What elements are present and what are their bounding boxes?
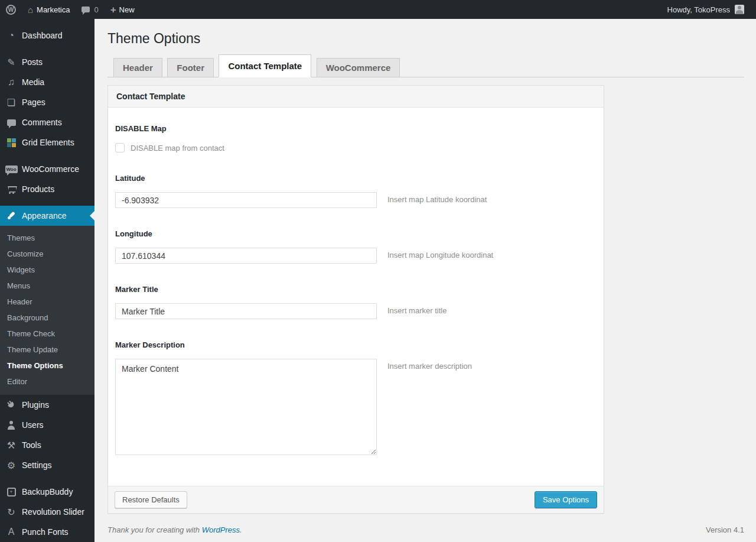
latitude-label: Latitude	[115, 174, 597, 183]
submenu-item-customize[interactable]: Customize	[0, 246, 94, 262]
sidebar-item-punch-fonts[interactable]: A Punch Fonts	[0, 522, 94, 542]
sidebar-item-label: WooCommerce	[22, 164, 79, 174]
sidebar-item-posts[interactable]: ✎ Posts	[0, 52, 94, 72]
save-options-button[interactable]: Save Options	[535, 491, 597, 508]
latitude-field: Latitude Insert map Latitude koordinat	[115, 174, 597, 208]
submenu-item-background[interactable]: Background	[0, 310, 94, 326]
punch-fonts-icon: A	[5, 526, 18, 538]
plus-icon: +	[110, 5, 116, 15]
panel-footer: Restore Defaults Save Options	[108, 486, 604, 513]
comments-bubble-icon	[5, 116, 18, 128]
plug-icon	[5, 399, 18, 411]
howdy-text: Howdy, TokoPress	[667, 5, 730, 14]
sidebar-item-comments[interactable]: Comments	[0, 112, 94, 132]
longitude-help-text: Insert map Longitude koordinat	[387, 248, 493, 259]
sidebar-item-plugins[interactable]: Plugins	[0, 395, 94, 415]
submenu-item-header[interactable]: Header	[0, 294, 94, 310]
longitude-label: Longitude	[115, 229, 597, 238]
sidebar-item-label: Pages	[22, 98, 45, 107]
new-label: New	[119, 5, 135, 14]
footer-thanks-prefix: Thank you for creating with	[107, 525, 200, 534]
grid-elements-icon	[5, 137, 18, 148]
disable-map-checkbox-label: DISABLE map from contact	[131, 144, 224, 152]
posts-icon: ✎	[5, 56, 18, 68]
sidebar-item-backupbuddy[interactable]: + BackupBuddy	[0, 482, 94, 502]
sidebar-item-grid-elements[interactable]: Grid Elements	[0, 132, 94, 152]
sidebar-item-media[interactable]: ♫ Media	[0, 72, 94, 92]
submenu-item-theme-update[interactable]: Theme Update	[0, 342, 94, 358]
disable-map-checkbox[interactable]	[115, 143, 125, 152]
tab-header[interactable]: Header	[113, 58, 162, 77]
new-content-menu-item[interactable]: + New	[105, 0, 141, 19]
tab-woocommerce[interactable]: WooCommerce	[317, 58, 400, 77]
marker-title-input[interactable]	[115, 303, 377, 319]
marker-title-help-text: Insert marker title	[387, 303, 447, 315]
sidebar-item-appearance[interactable]: Appearance	[0, 206, 94, 226]
cart-icon	[5, 183, 18, 195]
sidebar-item-label: Dashboard	[22, 31, 63, 40]
sidebar-item-label: Users	[22, 420, 44, 430]
admin-bar-right: Howdy, TokoPress	[662, 0, 756, 19]
sidebar-item-tools[interactable]: ⚒ Tools	[0, 435, 94, 455]
sidebar-item-label: Media	[22, 77, 44, 87]
submenu-item-menus[interactable]: Menus	[0, 278, 94, 294]
sidebar-item-pages[interactable]: ❏ Pages	[0, 92, 94, 112]
comments-admin-bar-item[interactable]: 0	[76, 0, 104, 19]
sidebar-item-label: Products	[22, 184, 54, 194]
sidebar-item-label: Plugins	[22, 400, 49, 410]
pages-icon: ❏	[5, 96, 18, 108]
sidebar-item-revolution-slider[interactable]: ↻ Revolution Slider	[0, 502, 94, 522]
comment-count: 0	[94, 5, 98, 14]
dashboard-icon: ◔	[5, 30, 18, 41]
sidebar-item-users[interactable]: Users	[0, 415, 94, 435]
submenu-item-editor[interactable]: Editor	[0, 374, 94, 390]
tab-contact-template[interactable]: Contact Template	[219, 54, 311, 77]
wordpress-logo-icon: W	[6, 5, 16, 15]
latitude-input[interactable]	[115, 192, 377, 208]
marker-description-textarea[interactable]: Marker Content	[115, 359, 377, 455]
sidebar-item-label: Settings	[22, 460, 52, 470]
woocommerce-icon: Woo	[5, 163, 18, 175]
footer-thanks-suffix: .	[240, 525, 242, 534]
sidebar-item-label: Appearance	[22, 211, 67, 220]
sidebar-item-label: Grid Elements	[22, 138, 74, 147]
disable-map-label: DISABLE Map	[115, 124, 597, 133]
media-icon: ♫	[5, 76, 18, 88]
submenu-item-widgets[interactable]: Widgets	[0, 262, 94, 278]
settings-icon: ⚙	[5, 459, 18, 471]
panel-header: Contact Template	[108, 86, 604, 108]
sidebar-item-settings[interactable]: ⚙ Settings	[0, 455, 94, 475]
sidebar-item-label: Tools	[22, 440, 41, 450]
sidebar-item-dashboard[interactable]: ◔ Dashboard	[0, 25, 94, 46]
tab-footer[interactable]: Footer	[167, 58, 214, 77]
backupbuddy-icon: +	[5, 486, 18, 498]
longitude-input[interactable]	[115, 248, 377, 264]
theme-options-tabs: Header Footer Contact Template WooCommer…	[107, 54, 744, 77]
appearance-brush-icon	[5, 210, 18, 222]
latitude-help-text: Insert map Latitude koordinat	[387, 192, 487, 204]
main-content: Theme Options Header Footer Contact Temp…	[94, 19, 756, 542]
avatar	[735, 5, 744, 14]
longitude-field: Longitude Insert map Longitude koordinat	[115, 229, 597, 264]
my-account-menu-item[interactable]: Howdy, TokoPress	[662, 0, 756, 19]
restore-defaults-button[interactable]: Restore Defaults	[115, 491, 187, 508]
sidebar-item-label: Comments	[22, 118, 62, 127]
current-menu-arrow	[85, 211, 94, 220]
sidebar-item-woocommerce[interactable]: Woo WooCommerce	[0, 159, 94, 179]
marker-description-field: Marker Description Marker Content Insert…	[115, 340, 597, 455]
contact-template-panel: Contact Template DISABLE Map DISABLE map…	[107, 85, 604, 514]
marker-description-help-text: Insert marker description	[387, 359, 472, 371]
page-footer: Thank you for creating with WordPress. V…	[107, 525, 744, 534]
wordpress-link[interactable]: WordPress	[202, 525, 240, 534]
panel-body: DISABLE Map DISABLE map from contact Lat…	[108, 108, 604, 486]
submenu-item-themes[interactable]: Themes	[0, 230, 94, 246]
admin-bar-left: W ⌂ Marketica 0 + New	[0, 0, 141, 19]
wordpress-menu-item[interactable]: W	[0, 0, 22, 19]
sidebar-item-products[interactable]: Products	[0, 179, 94, 199]
sidebar-item-label: Punch Fonts	[22, 527, 69, 537]
tools-icon: ⚒	[5, 439, 18, 451]
submenu-item-theme-options[interactable]: Theme Options	[0, 358, 94, 374]
comment-bubble-icon	[82, 7, 90, 12]
site-link[interactable]: ⌂ Marketica	[22, 0, 76, 19]
submenu-item-theme-check[interactable]: Theme Check	[0, 326, 94, 342]
